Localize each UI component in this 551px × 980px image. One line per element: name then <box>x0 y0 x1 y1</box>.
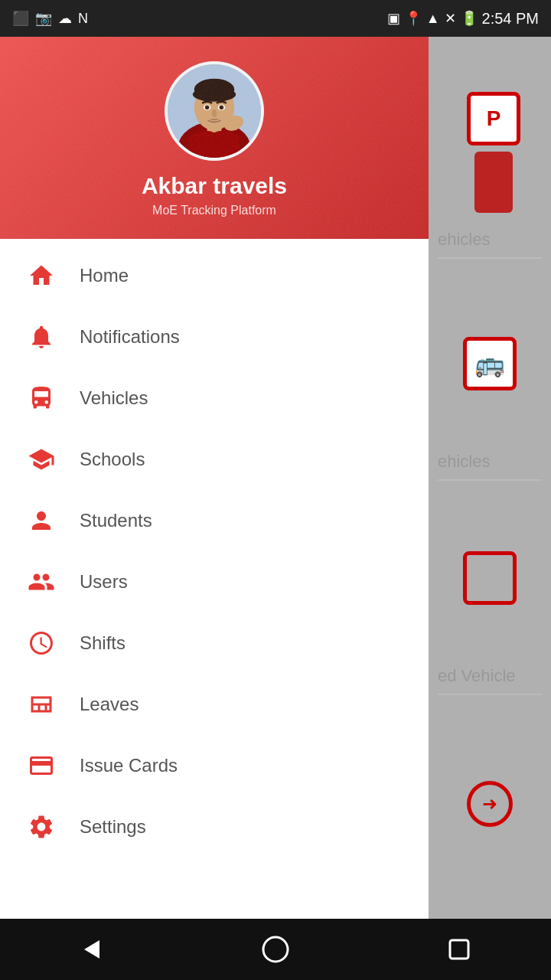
status-bar-left: ⬛ 📷 ☁ N <box>12 10 88 27</box>
sidebar-item-notifications[interactable]: Notifications <box>0 306 429 368</box>
avatar-image <box>168 61 261 161</box>
sidebar-item-settings[interactable]: Settings <box>0 796 429 858</box>
svg-rect-13 <box>450 940 468 959</box>
leaves-label: Leaves <box>80 694 139 715</box>
vehicles-label: Vehicles <box>80 387 148 409</box>
settings-label: Settings <box>80 816 146 838</box>
leaves-icon <box>24 688 58 721</box>
status-bar-right: ▣ 📍 ▲ ✕ 🔋 2:54 PM <box>387 10 539 28</box>
bottom-nav-bar <box>0 919 551 980</box>
school-icon <box>24 443 58 476</box>
sidebar-item-users[interactable]: Users <box>0 551 429 612</box>
cast-icon: ▣ <box>387 10 400 27</box>
sidebar-item-schools[interactable]: Schools <box>0 429 429 490</box>
avatar <box>165 61 264 161</box>
back-icon <box>77 934 107 965</box>
users-label: Users <box>80 571 128 593</box>
cloud-icon: ☁ <box>58 10 72 27</box>
sidebar-item-issue-cards[interactable]: Issue Cards <box>0 735 429 796</box>
menu-list: Home Notifications Vehicles <box>0 239 429 919</box>
drawer-user-subtitle: MoE Tracking Platform <box>152 204 276 217</box>
video-icon: 📷 <box>35 10 52 27</box>
recent-apps-icon <box>444 934 474 965</box>
svg-point-12 <box>263 937 288 962</box>
camera-icon: ⬛ <box>12 10 29 27</box>
bell-icon <box>24 320 58 354</box>
issue-cards-label: Issue Cards <box>80 755 178 776</box>
location-icon: 📍 <box>405 10 422 27</box>
home-label: Home <box>80 265 129 286</box>
home-nav-icon <box>260 934 291 965</box>
shifts-icon <box>24 626 58 660</box>
sidebar-item-vehicles[interactable]: Vehicles <box>0 368 429 429</box>
schools-label: Schools <box>80 449 145 470</box>
sidebar-item-shifts[interactable]: Shifts <box>0 612 429 674</box>
back-button[interactable] <box>69 926 115 972</box>
battery-icon: 🔋 <box>461 10 478 27</box>
settings-icon <box>24 810 58 844</box>
sidebar-item-home[interactable]: Home <box>0 245 429 306</box>
sidebar-item-leaves[interactable]: Leaves <box>0 674 429 735</box>
mute-icon: ✕ <box>445 10 456 27</box>
svg-marker-11 <box>84 940 99 959</box>
home-button[interactable] <box>253 926 298 972</box>
card-icon <box>24 749 58 782</box>
drawer-header: Akbar travels MoE Tracking Platform <box>0 37 429 239</box>
home-icon <box>24 259 58 292</box>
svg-point-9 <box>220 105 224 109</box>
students-label: Students <box>80 510 152 531</box>
drawer-user-name: Akbar travels <box>142 173 287 199</box>
status-time: 2:54 PM <box>482 10 539 28</box>
recent-button[interactable] <box>436 926 482 972</box>
svg-point-5 <box>193 87 236 102</box>
status-bar: ⬛ 📷 ☁ N ▣ 📍 ▲ ✕ 🔋 2:54 PM <box>0 0 551 37</box>
navigation-drawer: Akbar travels MoE Tracking Platform Home… <box>0 37 429 919</box>
student-icon <box>24 504 58 537</box>
wifi-icon: ▲ <box>426 11 440 27</box>
notifications-label: Notifications <box>80 326 180 348</box>
signal-icon: N <box>78 11 88 27</box>
svg-point-8 <box>205 105 210 109</box>
sidebar-item-students[interactable]: Students <box>0 490 429 551</box>
vehicle-icon <box>24 381 58 415</box>
shifts-label: Shifts <box>80 632 126 654</box>
users-icon <box>24 565 58 599</box>
